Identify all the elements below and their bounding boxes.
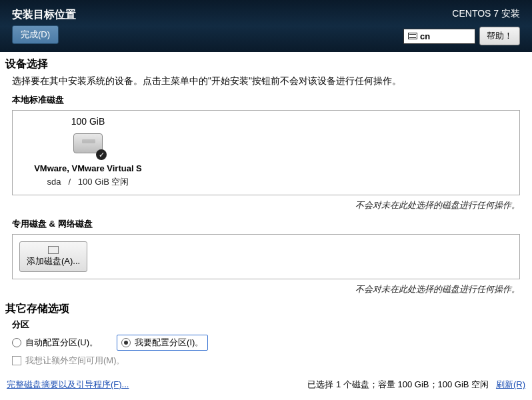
radio-icon: [12, 338, 21, 347]
refresh-link[interactable]: 刷新(R): [496, 379, 525, 389]
local-disks-note: 不会对未在此处选择的磁盘进行任何操作。: [5, 199, 520, 211]
local-disks-panel: 100 GiB ✓ VMware, VMware Virtual S sda /…: [12, 110, 520, 195]
manual-partition-radio[interactable]: 我要配置分区(I)。: [117, 335, 208, 351]
selection-status: 已选择 1 个磁盘；容量 100 GiB；100 GiB 空闲: [307, 379, 489, 389]
header-bar: 安装目标位置 完成(D) CENTOS 7 安装 cn 帮助！: [0, 0, 532, 52]
footer-status: 已选择 1 个磁盘；容量 100 GiB；100 GiB 空闲 刷新(R): [307, 379, 525, 391]
auto-partition-label: 自动配置分区(U)。: [25, 337, 98, 349]
footer-bar: 完整磁盘摘要以及引导程序(F)... 已选择 1 个磁盘；容量 100 GiB；…: [0, 372, 532, 400]
disk-item[interactable]: 100 GiB ✓ VMware, VMware Virtual S sda /…: [18, 116, 158, 188]
network-disks-note: 不会对未在此处选择的磁盘进行任何操作。: [5, 283, 520, 295]
manual-partition-label: 我要配置分区(I)。: [135, 337, 203, 349]
installer-name: CENTOS 7 安装: [403, 8, 520, 20]
disk-model: VMware, VMware Virtual S: [18, 163, 158, 173]
disk-sep: /: [68, 177, 71, 187]
auto-partition-radio[interactable]: 自动配置分区(U)。: [12, 337, 98, 349]
extra-space-label: 我想让额外空间可用(M)。: [25, 355, 125, 367]
partition-options: 自动配置分区(U)。 我要配置分区(I)。: [12, 335, 527, 351]
disk-add-icon: [48, 246, 59, 254]
done-button[interactable]: 完成(D): [12, 25, 59, 44]
device-selection-desc: 选择要在其中安装系统的设备。点击主菜单中的"开始安装"按钮前不会对该设备进行任何…: [12, 75, 527, 87]
checkbox-icon: [12, 356, 21, 365]
header-right: CENTOS 7 安装 cn 帮助！: [403, 8, 520, 45]
keyboard-icon: [408, 33, 417, 39]
check-icon: ✓: [96, 149, 107, 160]
help-button[interactable]: 帮助！: [479, 27, 520, 45]
disk-icon-wrap: ✓: [73, 129, 103, 157]
disk-dev: sda: [47, 177, 61, 187]
partition-heading: 分区: [12, 319, 527, 331]
extra-space-checkbox[interactable]: 我想让额外空间可用(M)。: [12, 355, 125, 367]
add-disk-button[interactable]: 添加磁盘(A)...: [19, 241, 87, 272]
local-disks-heading: 本地标准磁盘: [12, 94, 527, 106]
disk-info: sda / 100 GiB 空闲: [18, 176, 158, 188]
network-disks-heading: 专用磁盘 & 网络磁盘: [12, 218, 527, 230]
device-selection-title: 设备选择: [5, 57, 527, 71]
full-disk-summary-link[interactable]: 完整磁盘摘要以及引导程序(F)...: [7, 379, 129, 391]
radio-icon: [121, 338, 131, 347]
add-disk-label: 添加磁盘(A)...: [27, 255, 80, 267]
disk-size: 100 GiB: [18, 116, 158, 127]
main-content: 设备选择 选择要在其中安装系统的设备。点击主菜单中的"开始安装"按钮前不会对该设…: [0, 52, 532, 397]
keyboard-layout-indicator[interactable]: cn: [403, 29, 475, 44]
network-disks-panel: 添加磁盘(A)...: [12, 234, 520, 279]
storage-options-title: 其它存储选项: [5, 302, 527, 316]
keyboard-layout-label: cn: [420, 31, 430, 41]
disk-free: 100 GiB 空闲: [78, 177, 129, 187]
